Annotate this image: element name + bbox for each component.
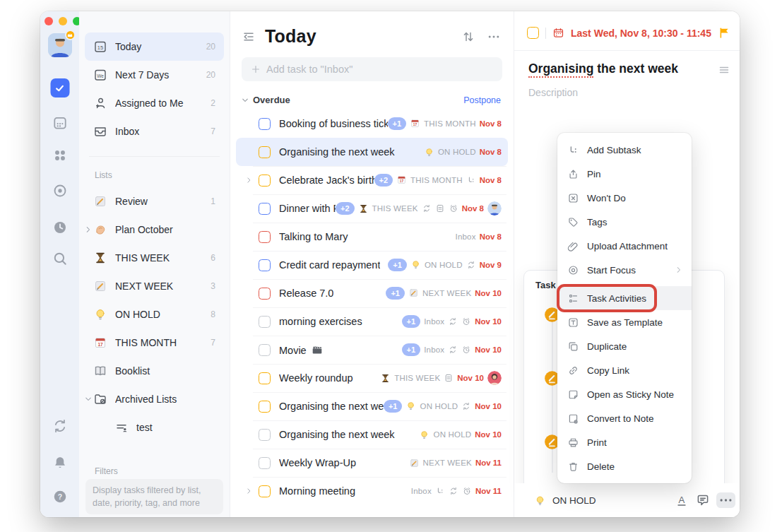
sidebar-item-next-week[interactable]: NEXT WEEK3	[85, 272, 224, 300]
checkbox[interactable]	[259, 429, 271, 441]
search-icon[interactable]	[52, 251, 68, 266]
sidebar-item-test[interactable]: test	[85, 413, 224, 442]
chevron-down-icon[interactable]	[84, 395, 93, 403]
menu-item-tags[interactable]: Tags	[557, 210, 692, 234]
sync-icon[interactable]	[52, 418, 68, 434]
due-date: Nov 11	[475, 459, 502, 467]
matrix-tab-icon[interactable]	[52, 148, 68, 163]
checkbox[interactable]	[259, 372, 271, 384]
filters-hint[interactable]: Display tasks filtered by list, date, pr…	[85, 479, 223, 514]
menu-item-label: Delete	[587, 461, 615, 472]
menu-item-add-subtask[interactable]: Add Subtask	[557, 138, 692, 162]
bulb-icon	[405, 401, 416, 411]
sidebar-item-review[interactable]: Review1	[85, 187, 224, 215]
sidebar-item-assigned-to-me[interactable]: Assigned to Me2	[85, 89, 224, 117]
overdue-section-header[interactable]: Overdue Postpone	[241, 95, 501, 105]
detail-checkbox[interactable]	[527, 27, 539, 39]
menu-item-won-t-do[interactable]: Won't Do	[557, 186, 692, 210]
due-date: Nov 10	[475, 402, 502, 410]
due-date: Nov 8	[480, 232, 502, 241]
task-row[interactable]: Organising the next weekON HOLDNov 8	[236, 138, 508, 166]
task-title[interactable]: Organising the next week	[528, 61, 717, 76]
checkbox[interactable]	[259, 316, 271, 328]
menu-item-open-as-sticky-note[interactable]: Open as Sticky Note	[557, 382, 692, 406]
menu-item-start-focus[interactable]: Start Focus	[557, 258, 692, 282]
checkbox[interactable]	[259, 203, 271, 215]
task-row[interactable]: Release 7.0+1NEXT WEEKNov 10	[236, 279, 508, 307]
sidebar-item-today[interactable]: 15Today20	[85, 32, 224, 61]
link-icon	[567, 365, 579, 377]
checkbox[interactable]	[259, 288, 271, 300]
sidebar-item-booklist[interactable]: Booklist	[85, 357, 224, 385]
task-row[interactable]: Weekly Wrap-UpNEXT WEEKNov 11	[236, 449, 508, 477]
sidebar-item-plan-october[interactable]: Plan October	[85, 215, 224, 244]
task-row[interactable]: Booking of business tickets+117THIS MONT…	[236, 110, 508, 138]
sidebar-item-this-week[interactable]: THIS WEEK6	[85, 244, 224, 272]
task-row[interactable]: Organising the next week+1ON HOLDNov 10	[236, 392, 508, 420]
list-name: Inbox	[424, 317, 444, 326]
collapse-sidebar-icon[interactable]	[242, 30, 256, 44]
menu-item-upload-attachment[interactable]: Upload Attachment	[557, 234, 692, 258]
pomodoro-tab-icon[interactable]	[52, 220, 68, 235]
task-row[interactable]: Dinner with Ruthie+2THIS WEEKNov 8	[236, 194, 508, 223]
sidebar-item-archived-lists[interactable]: Archived Lists	[85, 385, 224, 413]
help-icon[interactable]: ?	[52, 489, 68, 504]
more-options-icon[interactable]	[487, 30, 501, 44]
task-row[interactable]: Morning meetingInboxNov 11	[236, 477, 508, 505]
task-row[interactable]: Organising the next weekON HOLDNov 10	[236, 420, 508, 449]
minimize-button[interactable]	[59, 17, 67, 25]
bell-icon[interactable]	[52, 455, 68, 471]
menu-item-label: Upload Attachment	[587, 241, 668, 252]
task-row[interactable]: Weekly roundupTHIS WEEKNov 10	[236, 364, 508, 392]
sort-icon[interactable]	[461, 30, 475, 44]
description-placeholder[interactable]: Description	[514, 77, 740, 98]
task-title: Organising the next week	[279, 429, 395, 440]
tasks-tab-icon[interactable]	[50, 78, 69, 97]
sidebar-item-this-month[interactable]: 17THIS MONTH7	[85, 329, 224, 357]
habit-tab-icon[interactable]	[52, 183, 68, 199]
menu-item-delete[interactable]: Delete	[557, 454, 692, 478]
due-date[interactable]: Last Wed, Nov 8, 10:30 - 11:45	[571, 28, 711, 39]
menu-item-save-as-template[interactable]: Save as Template	[557, 310, 692, 334]
menu-item-convert-to-note[interactable]: Convert to Note	[557, 406, 692, 430]
task-list-name[interactable]: ON HOLD	[552, 495, 596, 506]
bulb-icon	[424, 147, 434, 158]
task-row[interactable]: Celebrate Jack's birthday+217THIS MONTHN…	[236, 166, 508, 194]
checkbox[interactable]	[259, 344, 271, 356]
chevron-down-icon[interactable]	[241, 96, 249, 105]
sidebar-item-next-7-days[interactable]: WeNext 7 Days20	[85, 61, 224, 89]
checkbox[interactable]	[259, 175, 271, 187]
more-actions-icon[interactable]	[716, 492, 735, 508]
task-row[interactable]: Movie+1InboxNov 10	[236, 336, 508, 364]
comment-icon[interactable]	[695, 492, 711, 508]
menu-item-task-activities[interactable]: Task Activities	[557, 286, 692, 310]
menu-item-pin[interactable]: Pin	[557, 162, 692, 186]
task-row[interactable]: morning exercises+1InboxNov 10	[236, 307, 508, 336]
chevron-right-icon[interactable]	[84, 225, 93, 234]
task-row[interactable]: Talking to MaryInboxNov 8	[236, 223, 508, 251]
format-text-icon[interactable]: A	[674, 492, 689, 508]
checkbox[interactable]	[259, 259, 271, 271]
add-task-input[interactable]: Add task to "Inbox"	[242, 57, 502, 81]
checkbox[interactable]	[259, 231, 271, 243]
postpone-link[interactable]: Postpone	[463, 95, 501, 105]
chevron-right-icon[interactable]	[245, 487, 253, 495]
menu-item-copy-link[interactable]: Copy Link	[557, 358, 692, 382]
chevron-right-icon[interactable]	[245, 177, 253, 184]
checkbox[interactable]	[259, 485, 271, 497]
close-button[interactable]	[45, 17, 53, 25]
menu-item-duplicate[interactable]: Duplicate	[557, 334, 692, 358]
priority-flag-icon[interactable]	[718, 26, 731, 40]
menu-item-label: Print	[587, 437, 607, 448]
checkbox[interactable]	[259, 401, 271, 413]
user-avatar[interactable]	[48, 33, 72, 57]
checkbox[interactable]	[259, 457, 271, 469]
detail-lines-icon[interactable]	[717, 63, 731, 77]
sidebar-item-on-hold[interactable]: ON HOLD8	[85, 300, 224, 329]
calendar-tab-icon[interactable]	[52, 115, 68, 131]
checkbox[interactable]	[259, 146, 271, 158]
sidebar-item-inbox[interactable]: Inbox7	[85, 117, 224, 146]
menu-item-print[interactable]: Print	[557, 430, 692, 454]
task-row[interactable]: Credit card repayment+1ON HOLDNov 9	[236, 251, 508, 279]
checkbox[interactable]	[259, 118, 271, 130]
